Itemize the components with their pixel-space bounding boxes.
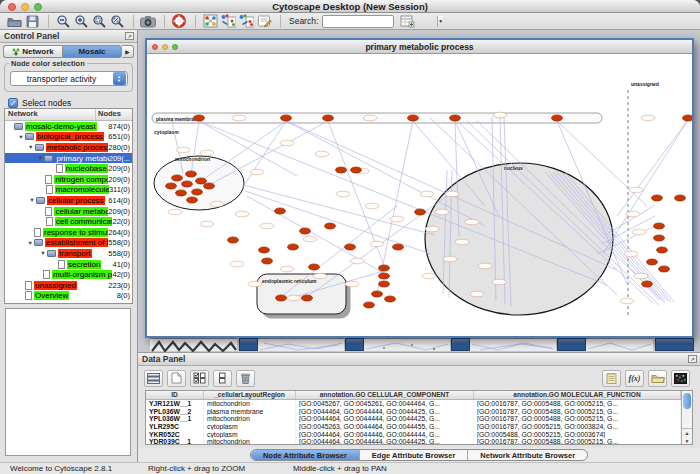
table-cell[interactable]: YJR121W__1 <box>146 400 204 407</box>
network-node[interactable] <box>275 208 286 214</box>
new-page-icon[interactable] <box>167 370 186 387</box>
tree-item-response-to-stimulu[interactable]: response to stimulu264(0) <box>5 227 132 238</box>
tree-item-metabolic-process[interactable]: ▼metabolic process280(0) <box>5 142 132 153</box>
tree-item-cell-communicat[interactable]: cell communicat22(0) <box>5 216 132 227</box>
network-node[interactable] <box>379 281 390 287</box>
notepad-icon[interactable] <box>602 370 621 387</box>
table-stripes-icon[interactable] <box>144 370 163 387</box>
scrollbar-arrows[interactable]: ▲▼ <box>682 428 692 444</box>
tree-item-transport[interactable]: ▼transport558(0) <box>5 248 132 259</box>
select-nodes-checkbox[interactable]: ✓ <box>8 98 18 108</box>
table-cell[interactable]: [GO:0016787, GO:0005488, GO:0005215, G..… <box>474 408 681 415</box>
network-node[interactable] <box>379 265 390 271</box>
network-node[interactable] <box>408 115 419 121</box>
import-table-icon[interactable] <box>399 14 415 29</box>
network-image-icon[interactable] <box>202 14 218 29</box>
expander-icon[interactable]: ▼ <box>39 250 47 256</box>
network-node[interactable] <box>325 223 336 229</box>
expander-icon[interactable]: ▼ <box>28 197 36 203</box>
network-node[interactable] <box>259 247 270 253</box>
network-node[interactable] <box>300 228 311 234</box>
table-cell[interactable]: [GO:0016787, GO:0005488, GO:0005215, G..… <box>474 438 681 444</box>
tree-item-nucleobase-[interactable]: nucleobase-209(0) <box>5 163 132 174</box>
column-header[interactable]: annotation.GO CELLULAR_COMPONENT <box>296 391 474 399</box>
edit-page-icon[interactable] <box>256 14 272 29</box>
table-cell[interactable]: cytoplasm <box>204 423 296 430</box>
network-node[interactable] <box>654 235 665 241</box>
network-node[interactable] <box>654 223 665 229</box>
table-cell[interactable]: plasma membrane <box>204 408 296 415</box>
network-node[interactable] <box>196 178 207 184</box>
tree-column-network[interactable]: Network <box>5 109 96 120</box>
network-node[interactable] <box>675 195 686 201</box>
network-node[interactable] <box>276 295 287 301</box>
column-header[interactable]: _cellularLayoutRegion <box>204 391 296 399</box>
network-node[interactable] <box>647 259 658 265</box>
window-titlebar[interactable]: Cytoscape Desktop (New Session) <box>0 0 700 13</box>
tree-item-multi-organism-pro[interactable]: multi-organism pro42(0) <box>5 269 132 280</box>
network-node[interactable] <box>288 244 299 250</box>
network-edge[interactable] <box>603 120 688 254</box>
table-cell[interactable]: mitochondrion <box>204 438 296 444</box>
table-cell[interactable]: YLR295C <box>146 423 204 430</box>
tree-item-primary-metabo[interactable]: ▼primary metabo209(... <box>5 153 132 164</box>
table-cell[interactable]: [GO:0044464, GO:0044444, GO:0044425, G..… <box>296 415 474 422</box>
network-edge[interactable] <box>245 191 431 254</box>
expander-icon[interactable]: ▼ <box>36 155 44 161</box>
network-node[interactable] <box>204 183 215 189</box>
open-folder-icon[interactable] <box>6 14 22 29</box>
tree-item-cellular-metabo[interactable]: cellular metabo209(0) <box>5 206 132 217</box>
tree-item-overview[interactable]: Overview8(0) <box>5 291 132 302</box>
network-node[interactable] <box>192 189 203 195</box>
table-cell[interactable]: [GO:0016787, GO:0005488, GO:0005215, G..… <box>474 415 681 422</box>
expander-icon[interactable]: ▼ <box>26 240 34 246</box>
table-row[interactable]: YPL036W__2plasma membrane[GO:0044464, GO… <box>146 408 681 416</box>
tab-network-attribute-browser[interactable]: Network Attribute Browser <box>468 450 587 460</box>
network-node[interactable] <box>172 175 183 181</box>
network-node[interactable] <box>186 171 197 177</box>
scrollbar-thumb[interactable] <box>683 393 691 409</box>
background-windows-strip[interactable] <box>145 338 694 351</box>
table-cell[interactable]: cytoplasm <box>204 431 296 438</box>
zoom-in-icon[interactable] <box>73 14 89 29</box>
network-canvas-svg[interactable]: plasma membrane cytoplasm mitochondrion … <box>147 54 692 336</box>
table-cell[interactable]: YPL036W__1 <box>146 415 204 422</box>
network-node[interactable] <box>336 167 347 173</box>
search-input-combo[interactable]: ▼ <box>322 15 394 28</box>
table-row[interactable]: YJR121W__1mitochondrion[GO:0045267, GO:0… <box>146 400 681 408</box>
dropdown-stepper-icon[interactable]: ▲▼ <box>113 72 126 85</box>
tree-item-unassigned[interactable]: unassigned223(0) <box>5 280 132 291</box>
trash-icon[interactable] <box>236 370 255 387</box>
network-node[interactable] <box>166 183 177 189</box>
tree-item-cellular-process[interactable]: ▼cellular process614(0) <box>5 195 132 206</box>
network-window-titlebar[interactable]: primary metabolic process <box>147 40 692 54</box>
network-node[interactable] <box>281 115 292 121</box>
tab-overflow-arrow[interactable]: ▶ <box>122 45 134 58</box>
column-header[interactable]: ID <box>146 391 204 399</box>
network-node[interactable] <box>642 281 653 287</box>
table-cell[interactable]: [GO:0045263, GO:0044464, GO:0044455, G..… <box>296 423 474 430</box>
table-cell[interactable]: [GO:0044464, GO:0044444, GO:0044425, G..… <box>296 438 474 444</box>
table-cell[interactable]: [GO:0044464, GO:0044446, GO:0044444, G..… <box>296 431 474 438</box>
network-node[interactable] <box>187 197 198 203</box>
tree-item-macromolecule[interactable]: macromolecule311(0) <box>5 185 132 196</box>
tree-item-biological-process[interactable]: ▼biological_process651(0) <box>5 132 132 143</box>
copy-network-left-icon[interactable] <box>220 14 236 29</box>
network-node[interactable] <box>450 115 461 121</box>
network-node[interactable] <box>262 258 273 264</box>
network-node[interactable] <box>323 115 334 121</box>
network-node[interactable] <box>415 209 426 215</box>
zoom-selected-icon[interactable] <box>91 14 107 29</box>
table-cell[interactable]: [GO:0005488, GO:0005215, GO:0003674] <box>474 431 681 438</box>
network-node[interactable] <box>652 195 663 201</box>
save-icon[interactable] <box>24 14 40 29</box>
column-header[interactable]: annotation.GO MOLECULAR_FUNCTION <box>474 391 681 399</box>
network-canvas[interactable]: plasma membrane cytoplasm mitochondrion … <box>147 54 692 336</box>
table-cell[interactable]: mitochondrion <box>204 415 296 422</box>
network-view-window[interactable]: primary metabolic process plasma membran… <box>145 38 694 338</box>
tree-item-nitrogen-compo[interactable]: nitrogen compo209(0) <box>5 174 132 185</box>
table-cell[interactable]: [GO:0016787, GO:0005488, GO:0005215, G..… <box>474 400 681 407</box>
network-node[interactable] <box>176 190 187 196</box>
network-node[interactable] <box>228 237 239 243</box>
table-cell[interactable]: [GO:0044464, GO:0044444, GO:0044425, G..… <box>296 408 474 415</box>
